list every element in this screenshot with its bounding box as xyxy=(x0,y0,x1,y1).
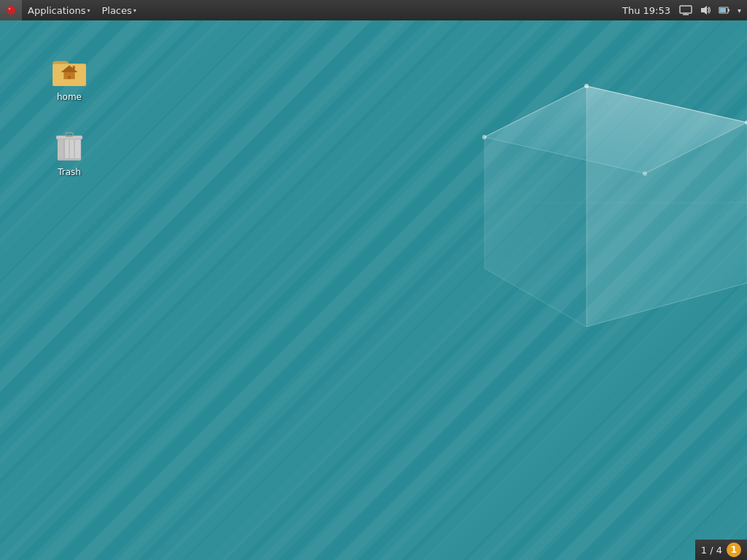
display-icon[interactable] xyxy=(676,0,695,20)
svg-rect-7 xyxy=(720,8,726,12)
svg-point-15 xyxy=(584,84,589,88)
clock[interactable]: Thu 19:53 xyxy=(618,0,675,20)
trash-label: Trash xyxy=(58,167,81,177)
places-menu[interactable]: Places ▾ xyxy=(96,0,142,20)
svg-rect-35 xyxy=(66,133,73,136)
home-label: home xyxy=(57,92,82,102)
svg-point-1 xyxy=(9,8,11,10)
desktop: home Trash 1 / 4 xyxy=(0,20,747,560)
workspace-badge[interactable]: 1 xyxy=(727,542,741,557)
applications-arrow: ▾ xyxy=(87,7,90,14)
svg-rect-2 xyxy=(680,6,692,13)
svg-rect-36 xyxy=(58,158,80,160)
places-arrow: ▾ xyxy=(133,7,136,14)
workspace-indicator: 1 / 4 1 xyxy=(695,540,747,560)
workspace-text: 1 / 4 xyxy=(701,545,722,556)
system-dropdown-arrow: ▾ xyxy=(738,7,741,15)
panel-right: Thu 19:53 xyxy=(618,0,747,20)
svg-rect-8 xyxy=(728,9,729,12)
trash-icon-image xyxy=(52,129,87,164)
svg-marker-5 xyxy=(701,6,707,15)
home-icon-image xyxy=(52,54,87,89)
panel-left: Applications ▾ Places ▾ xyxy=(0,0,142,20)
top-panel: Applications ▾ Places ▾ Thu 19:53 xyxy=(0,0,747,20)
volume-icon[interactable] xyxy=(697,0,714,20)
svg-rect-27 xyxy=(68,76,71,79)
home-icon[interactable]: home xyxy=(40,51,98,105)
applications-menu[interactable]: Applications ▾ xyxy=(22,0,96,20)
system-menu-button[interactable]: ▾ xyxy=(735,0,744,20)
system-logo[interactable] xyxy=(0,0,22,20)
svg-point-17 xyxy=(643,171,647,176)
svg-rect-28 xyxy=(73,66,75,69)
svg-point-0 xyxy=(7,6,15,15)
trash-icon[interactable]: Trash xyxy=(40,126,98,180)
svg-point-18 xyxy=(482,135,487,139)
battery-icon[interactable] xyxy=(716,0,733,20)
glass-decoration xyxy=(441,79,747,334)
